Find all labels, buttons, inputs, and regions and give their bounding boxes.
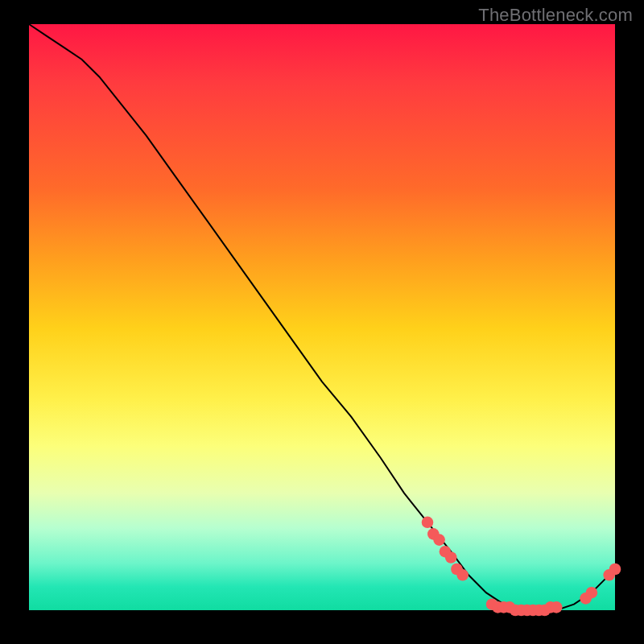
marker-dot (551, 601, 563, 613)
marker-dot (422, 517, 434, 529)
marker-dot (609, 564, 621, 576)
marker-group (422, 517, 621, 617)
plot-area (29, 24, 615, 610)
marker-dot (433, 534, 445, 546)
marker-dot (586, 587, 598, 599)
watermark-label: TheBottleneck.com (478, 5, 633, 26)
marker-dot (445, 551, 457, 564)
bottleneck-curve (29, 24, 615, 610)
marker-dot (456, 569, 469, 581)
chart-stage: TheBottleneck.com (0, 0, 644, 644)
plot-svg (29, 24, 615, 610)
